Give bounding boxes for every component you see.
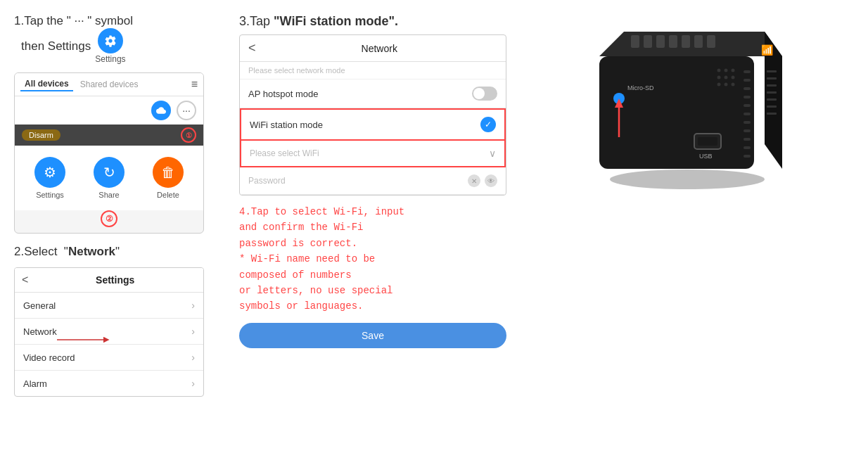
svg-rect-21 [743, 146, 751, 149]
delete-action: 🗑 Delete [153, 157, 184, 199]
svg-rect-22 [743, 155, 751, 158]
svg-rect-2 [599, 56, 754, 169]
general-arrow: › [191, 300, 195, 311]
svg-rect-24 [767, 77, 777, 79]
network-row[interactable]: Network › [15, 319, 203, 345]
svg-rect-27 [767, 98, 777, 101]
network-back-button[interactable]: < [248, 41, 256, 56]
wifi-station-check: ✓ [480, 117, 496, 132]
svg-point-38 [717, 69, 721, 72]
svg-text:Micro-SD: Micro-SD [627, 84, 654, 91]
password-row[interactable]: Password ✕ 👁 [240, 167, 506, 195]
svg-rect-29 [767, 113, 777, 115]
svg-rect-5 [631, 35, 639, 48]
svg-rect-26 [767, 91, 777, 94]
password-show-icon[interactable]: 👁 [485, 174, 497, 187]
svg-rect-7 [656, 35, 665, 48]
svg-rect-19 [743, 129, 751, 132]
share-action-label: Share [98, 191, 119, 199]
cloud-icon [151, 101, 171, 120]
svg-rect-23 [767, 70, 777, 72]
three-dots-symbol: ··· [74, 14, 84, 27]
settings-action-icon[interactable]: ⚙ [34, 157, 65, 188]
svg-point-41 [717, 76, 721, 79]
svg-rect-6 [644, 35, 652, 48]
settings-panel-title: Settings [34, 274, 196, 286]
ap-hotspot-toggle[interactable] [472, 87, 497, 101]
svg-point-40 [732, 69, 735, 72]
video-record-arrow: › [191, 352, 195, 363]
svg-rect-36 [698, 137, 717, 146]
phone-actions: ⚙ Settings ↻ Share 🗑 Delete [15, 146, 203, 210]
left-column: 1.Tap the " ··· " symbol then Settings S… [14, 14, 232, 397]
svg-rect-8 [669, 35, 677, 48]
alarm-arrow: › [191, 378, 195, 389]
svg-rect-13 [743, 79, 751, 82]
settings-action-label: Settings [36, 191, 64, 199]
wifi-station-row[interactable]: WiFi station mode ✓ [240, 108, 506, 141]
network-subtitle: Please select network mode [240, 62, 506, 79]
device-image: 📶 Micro-SD USB [578, 14, 789, 197]
phone-banner: Disarm ① [15, 125, 203, 146]
network-panel-title: Network [262, 43, 497, 54]
svg-rect-14 [743, 87, 751, 90]
shared-devices-tab[interactable]: Shared devices [76, 78, 143, 91]
save-button[interactable]: Save [239, 323, 506, 348]
settings-icon-circle [98, 28, 123, 53]
svg-point-44 [717, 83, 721, 87]
step1-badge-1: ① [181, 127, 196, 143]
svg-rect-16 [743, 104, 751, 107]
password-clear-icon[interactable]: ✕ [468, 174, 480, 187]
svg-rect-17 [743, 113, 751, 115]
then-settings-text: then Settings [21, 39, 91, 53]
ap-hotspot-row[interactable]: AP hotspot mode [240, 79, 506, 108]
svg-rect-12 [743, 70, 751, 73]
alarm-row[interactable]: Alarm › [15, 371, 203, 396]
middle-column: 3.Tap "WiFi station mode". < Network Ple… [239, 14, 506, 348]
all-devices-tab[interactable]: All devices [20, 77, 73, 91]
step3-header: 3.Tap "WiFi station mode". [239, 14, 506, 29]
svg-rect-9 [682, 35, 690, 48]
svg-rect-28 [767, 106, 777, 108]
device-svg: 📶 Micro-SD USB [578, 14, 789, 197]
share-action-icon[interactable]: ↻ [94, 157, 125, 188]
hamburger-icon[interactable]: ≡ [191, 78, 198, 91]
right-column: 📶 Micro-SD USB [513, 14, 854, 197]
svg-point-39 [725, 69, 728, 72]
svg-point-45 [725, 83, 728, 87]
delete-action-label: Delete [157, 191, 179, 199]
svg-text:USB: USB [699, 153, 713, 160]
svg-text:📶: 📶 [761, 44, 774, 56]
general-row[interactable]: General › [15, 293, 203, 319]
settings-panel-header: < Settings [15, 268, 203, 293]
step1-settings-row: then Settings Settings [21, 28, 232, 64]
step1-header: 1.Tap the " ··· " symbol then Settings S… [14, 14, 232, 67]
step4-text: 4.Tap to select Wi-Fi, input and confirm… [239, 204, 506, 314]
svg-rect-25 [767, 84, 777, 87]
svg-rect-18 [743, 121, 751, 124]
share-action: ↻ Share [94, 157, 125, 199]
delete-action-icon[interactable]: 🗑 [153, 157, 184, 188]
svg-rect-20 [743, 138, 751, 141]
settings-back-arrow[interactable]: < [22, 274, 28, 286]
svg-rect-10 [694, 35, 703, 48]
svg-marker-3 [599, 32, 782, 56]
svg-point-1 [610, 170, 765, 189]
settings-panel: < Settings General › Network › Video rec… [14, 267, 204, 397]
svg-point-43 [732, 76, 735, 79]
svg-rect-11 [707, 35, 715, 48]
svg-point-46 [732, 83, 735, 87]
step2-header: 2.Select "Network" [14, 245, 232, 259]
video-record-row[interactable]: Video record › [15, 345, 203, 371]
network-arrow: › [191, 326, 195, 337]
more-options-icon[interactable]: ··· [177, 101, 196, 120]
svg-point-42 [725, 76, 728, 79]
disarm-button[interactable]: Disarm [22, 129, 60, 141]
wifi-select-row[interactable]: Please select WiFi ∨ [240, 141, 506, 167]
step1-badge-2: ② [101, 210, 117, 227]
password-icons: ✕ 👁 [468, 174, 497, 187]
phone-mockup: All devices Shared devices ≡ ··· Disarm … [14, 72, 204, 234]
svg-rect-15 [743, 96, 751, 98]
network-panel: < Network Please select network mode AP … [239, 34, 506, 196]
phone-tabs: All devices Shared devices ≡ [15, 73, 203, 96]
